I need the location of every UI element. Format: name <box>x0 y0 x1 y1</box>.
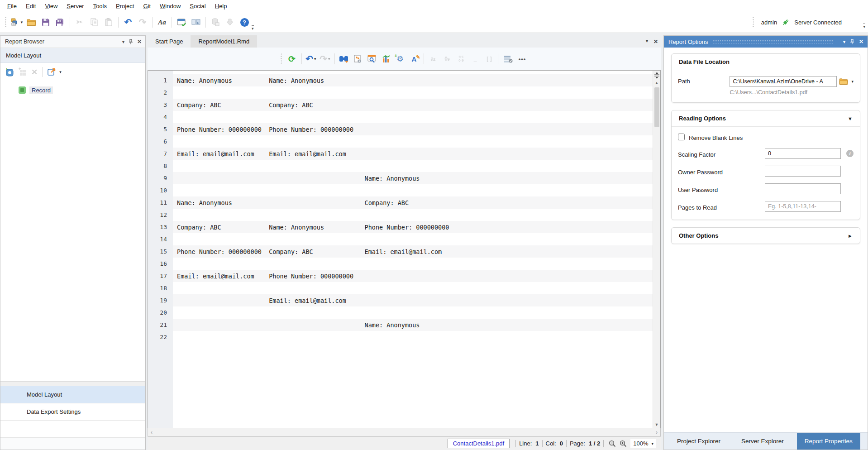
cut-button[interactable]: ✂ <box>73 15 86 29</box>
paste-button[interactable] <box>102 15 115 29</box>
card-header[interactable]: Other Options ► <box>672 228 860 244</box>
menu-server[interactable]: Server <box>62 0 88 12</box>
sort-alpha-button[interactable]: az <box>427 52 439 66</box>
scrollbar-thumb[interactable] <box>654 87 659 127</box>
tab-project-explorer[interactable]: Project Explorer <box>669 433 728 450</box>
line-text[interactable] <box>173 86 653 99</box>
line-text[interactable]: Phone Number: 000000000 Phone Number: 00… <box>173 123 653 135</box>
copy-button[interactable] <box>88 15 100 29</box>
toolbar-grip[interactable] <box>752 16 754 28</box>
tab-start-page[interactable]: Start Page <box>148 35 191 48</box>
redo-edit-button[interactable]: ↷ ▾ <box>319 52 331 66</box>
preview-button[interactable] <box>366 52 378 66</box>
menu-view[interactable]: View <box>40 0 62 12</box>
brackets-button[interactable]: [ ] <box>483 52 496 66</box>
export-layout-button[interactable]: ▾ <box>47 67 62 77</box>
menu-tools[interactable]: Tools <box>89 0 111 12</box>
zoom-out-button[interactable] <box>609 440 616 447</box>
close-icon[interactable]: ✕ <box>859 38 863 45</box>
undo-button[interactable]: ↶ <box>122 15 134 29</box>
toolbar-overflow-icon[interactable]: ▾ <box>863 24 865 29</box>
close-document-icon[interactable]: ✕ <box>653 38 658 45</box>
collapse-icon[interactable]: ▼ <box>848 116 853 121</box>
browse-folder-button[interactable] <box>839 78 848 85</box>
pages-to-read-input[interactable] <box>765 201 841 212</box>
save-button[interactable] <box>39 15 52 29</box>
delete-node-button[interactable]: ✕ <box>31 67 38 77</box>
line-text[interactable]: Email: email@mail.com Phone Number: 0000… <box>173 270 653 282</box>
user-password-input[interactable] <box>765 183 841 194</box>
toolbar-overflow-icon[interactable]: ▾ <box>252 25 254 31</box>
tab-reportmodel1[interactable]: ReportModel1.Rmd <box>191 35 257 48</box>
tab-server-explorer[interactable]: Server Explorer <box>734 433 792 450</box>
panel-menu-icon[interactable]: ▾ <box>122 39 124 44</box>
remove-blank-lines-checkbox[interactable] <box>678 134 685 140</box>
menu-help[interactable]: Help <box>210 0 232 12</box>
compare-button[interactable] <box>190 15 202 29</box>
line-text[interactable]: Name: Anonymous Company: ABC <box>173 196 653 209</box>
undo-edit-button[interactable]: ↶ ▾ <box>305 52 317 66</box>
card-header[interactable]: Reading Options ▼ <box>672 110 860 126</box>
menu-file[interactable]: File <box>3 0 21 12</box>
menu-edit[interactable]: Edit <box>21 0 40 12</box>
edit-font-button[interactable]: A ✎ <box>408 52 420 66</box>
add-record-button[interactable]: + <box>5 67 15 77</box>
line-text[interactable]: Company: ABC Company: ABC <box>173 99 653 111</box>
scroll-down-icon[interactable]: ▼ <box>655 421 659 428</box>
model-options-button[interactable]: + ⚙ <box>394 52 406 66</box>
line-text[interactable] <box>173 135 653 148</box>
menu-git[interactable]: Git <box>138 0 155 12</box>
split-handle-icon[interactable] <box>654 71 660 80</box>
editor-lines[interactable]: 1Name: Anonymous Name: Anonymous23Compan… <box>148 71 653 428</box>
line-text[interactable] <box>173 282 653 294</box>
nav-item-model-layout[interactable]: Model Layout <box>0 386 145 403</box>
line-text[interactable] <box>173 258 653 270</box>
nav-item-data-export-settings[interactable]: Data Export Settings <box>0 403 145 421</box>
panel-menu-icon[interactable]: ▾ <box>843 39 845 44</box>
line-text[interactable]: Name: Anonymous Name: Anonymous <box>173 74 653 86</box>
close-icon[interactable]: ✕ <box>137 38 142 45</box>
source-file-link[interactable]: ContactDetails1.pdf <box>448 439 510 448</box>
alphanumeric-pattern-button[interactable]: a-z0-9 <box>455 52 467 66</box>
horizontal-scrollbar[interactable]: ‹ › <box>148 428 661 436</box>
analyze-button[interactable] <box>380 52 392 66</box>
expand-icon[interactable]: ► <box>848 233 853 239</box>
line-text[interactable]: Email: email@mail.com Email: email@mail.… <box>173 148 653 160</box>
save-all-button[interactable] <box>54 15 67 29</box>
path-options-icon[interactable]: ▾ <box>851 79 854 84</box>
line-text[interactable] <box>173 306 653 319</box>
owner-password-input[interactable] <box>765 166 841 177</box>
sort-numeric-button[interactable]: 09 <box>441 52 453 66</box>
line-text[interactable] <box>173 209 653 221</box>
pin-icon[interactable] <box>850 39 854 44</box>
redo-button[interactable]: ↷ <box>136 15 149 29</box>
line-text[interactable] <box>173 160 653 172</box>
tree-item-record[interactable]: Record <box>0 85 145 96</box>
whitespace-button[interactable]: _ <box>469 52 482 66</box>
open-button[interactable] <box>25 15 38 29</box>
line-text[interactable] <box>173 331 653 343</box>
tab-report-properties[interactable]: Report Properties <box>797 433 860 450</box>
line-text[interactable]: Company: ABC Name: Anonymous Phone Numbe… <box>173 221 653 233</box>
auto-create-layout-button[interactable] <box>352 52 364 66</box>
refresh-button[interactable]: ⟳ <box>286 52 298 66</box>
scroll-up-icon[interactable]: ▲ <box>655 80 659 86</box>
line-text[interactable]: Name: Anonymous <box>173 172 653 184</box>
menu-social[interactable]: Social <box>185 0 210 12</box>
line-text[interactable]: Phone Number: 000000000 Company: ABC Ema… <box>173 245 653 258</box>
db-lookup-button[interactable] <box>209 15 222 29</box>
scaling-factor-input[interactable] <box>765 148 841 159</box>
deploy-button[interactable] <box>224 15 236 29</box>
find-button[interactable] <box>338 52 350 66</box>
toolbar-grip[interactable] <box>5 16 7 28</box>
line-text[interactable]: Name: Anonymous <box>173 319 653 331</box>
line-text[interactable] <box>173 111 653 123</box>
menu-window[interactable]: Window <box>155 0 185 12</box>
menu-project[interactable]: Project <box>111 0 138 12</box>
toolbar-grip[interactable] <box>280 53 282 65</box>
more-options-button[interactable]: ••• <box>516 52 529 66</box>
line-text[interactable] <box>173 184 653 196</box>
scroll-left-icon[interactable]: ‹ <box>151 429 153 436</box>
pin-icon[interactable] <box>129 39 133 44</box>
help-button[interactable]: ? <box>238 15 251 29</box>
